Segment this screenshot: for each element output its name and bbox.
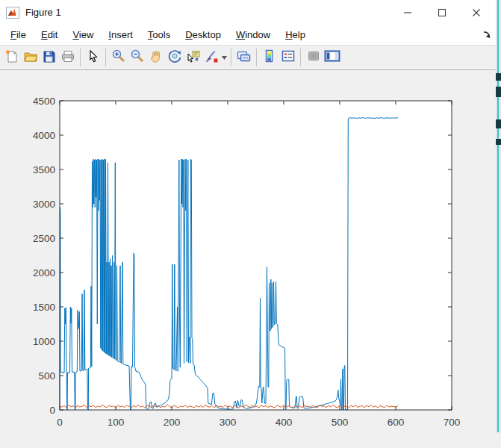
menu-item-help[interactable]: Help	[278, 26, 313, 43]
y-tick-label: 1500	[33, 302, 55, 313]
data-cursor-icon	[186, 49, 201, 66]
x-tick-label: 600	[388, 417, 405, 428]
menu-item-edit[interactable]: Edit	[34, 26, 65, 43]
save-figure-button[interactable]	[40, 48, 58, 67]
brush-icon	[205, 49, 219, 66]
insert-legend-button[interactable]	[278, 48, 297, 67]
window-title: Figure 1	[25, 7, 61, 18]
x-tick-label: 400	[276, 417, 293, 428]
close-button[interactable]	[459, 0, 494, 25]
brush-button[interactable]	[202, 48, 221, 67]
pointer-icon	[87, 49, 100, 66]
figure-toolbar	[0, 45, 501, 70]
zoom-out-icon	[130, 49, 145, 66]
pan-hand-icon	[149, 49, 163, 66]
y-tick-label: 2000	[33, 267, 55, 279]
x-tick-label: 200	[164, 417, 181, 428]
y-tick-label: 3500	[33, 164, 55, 175]
x-tick-label: 700	[444, 417, 461, 428]
colorbar-icon	[263, 49, 276, 66]
y-tick-label: 0	[49, 405, 55, 416]
zoom-out-button[interactable]	[128, 48, 146, 67]
figure-canvas: 0100200300400500600700050010001500200025…	[0, 70, 501, 448]
menu-item-view[interactable]: View	[65, 26, 101, 43]
toolbar-separator	[231, 49, 231, 66]
save-icon	[42, 49, 56, 66]
open-file-button[interactable]	[21, 48, 40, 67]
zoom-in-icon	[111, 49, 126, 66]
y-tick-label: 4000	[33, 130, 55, 141]
x-tick-label: 100	[108, 417, 125, 428]
open-folder-icon	[23, 49, 38, 66]
show-plot-tools-icon	[324, 49, 340, 66]
menu-item-insert[interactable]: Insert	[101, 26, 140, 43]
menu-item-file[interactable]: File	[3, 26, 34, 43]
y-tick-label: 1000	[33, 336, 55, 347]
hide-plot-tools-icon	[307, 50, 320, 65]
background-window-edge	[496, 0, 501, 432]
background-window-accent	[497, 0, 499, 432]
menu-item-desktop[interactable]: Desktop	[178, 26, 228, 43]
link-plot-button[interactable]	[234, 48, 253, 67]
rotate-3d-icon	[167, 49, 182, 66]
print-icon	[60, 49, 75, 66]
toolbar-separator	[300, 49, 301, 66]
y-tick-label: 500	[38, 370, 55, 382]
minimize-button[interactable]	[390, 0, 425, 25]
legend-icon	[281, 49, 296, 66]
rotate-3d-button[interactable]	[165, 48, 184, 67]
data-cursor-button[interactable]	[184, 48, 202, 67]
menu-item-window[interactable]: Window	[228, 26, 278, 43]
x-tick-label: 300	[220, 417, 237, 428]
menu-item-tools[interactable]: Tools	[140, 26, 178, 43]
pan-button[interactable]	[146, 48, 165, 67]
brush-dropdown-button[interactable]	[221, 48, 228, 67]
matlab-logo-icon	[6, 7, 19, 19]
zoom-in-button[interactable]	[109, 48, 128, 67]
y-tick-label: 2500	[33, 233, 55, 244]
figure-window: Figure 1 FileEditViewInsertToolsDesktopW…	[0, 0, 501, 448]
title-bar: Figure 1	[0, 0, 501, 25]
menu-bar: FileEditViewInsertToolsDesktopWindowHelp	[0, 25, 501, 45]
y-tick-label: 3000	[33, 199, 55, 210]
x-tick-label: 500	[332, 417, 349, 428]
toolbar-separator	[105, 49, 106, 66]
insert-colorbar-button[interactable]	[260, 48, 278, 67]
window-controls	[390, 0, 494, 25]
new-figure-button[interactable]	[2, 48, 21, 67]
toolbar-separator	[80, 49, 81, 66]
print-figure-button[interactable]	[58, 48, 77, 67]
show-plot-tools-button[interactable]	[323, 48, 341, 67]
y-tick-label: 4500	[33, 96, 55, 107]
edit-plot-button[interactable]	[84, 48, 102, 67]
hide-plot-tools-button	[304, 48, 323, 67]
x-tick-label: 0	[57, 417, 63, 428]
axes-plot: 0100200300400500600700050010001500200025…	[0, 70, 501, 448]
dock-figure-button[interactable]	[482, 29, 492, 40]
maximize-button[interactable]	[425, 0, 459, 25]
link-plot-icon	[236, 49, 252, 66]
new-figure-icon	[4, 49, 19, 66]
toolbar-separator	[256, 49, 257, 66]
